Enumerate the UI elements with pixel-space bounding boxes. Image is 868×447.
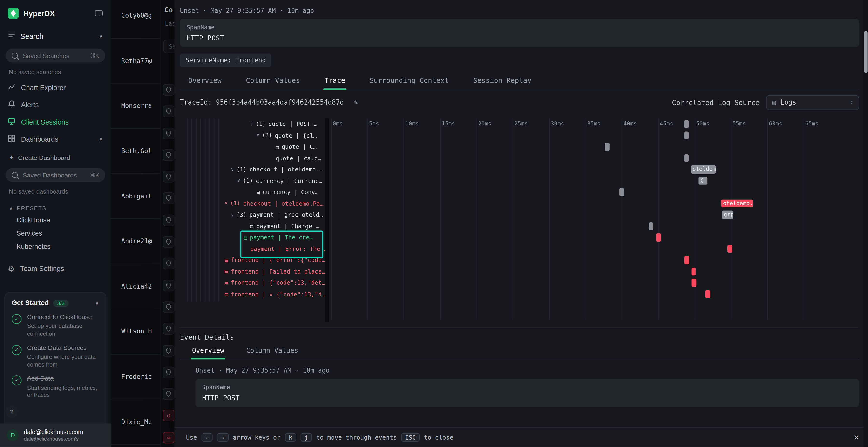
span-bar[interactable]: grp bbox=[722, 211, 734, 219]
trace-span-row[interactable]: ▤frontend | {"code":13,"det… bbox=[187, 277, 325, 288]
pin-icon[interactable] bbox=[163, 84, 174, 96]
pin-icon[interactable] bbox=[163, 345, 174, 356]
session-search-input[interactable] bbox=[168, 43, 175, 50]
tab-overview[interactable]: Overview bbox=[191, 342, 225, 359]
sidebar-item-chart-explorer[interactable]: Chart Explorer bbox=[0, 79, 111, 96]
pin-icon[interactable] bbox=[163, 367, 174, 378]
trace-span-row[interactable]: ▤quote | C… bbox=[187, 141, 325, 152]
pin-icon[interactable] bbox=[163, 149, 174, 161]
get-started-item[interactable]: ✓Add DataStart sending logs, metrics, or… bbox=[11, 375, 99, 399]
session-row[interactable]: Dixie_Mc bbox=[111, 399, 161, 444]
trace-span-row[interactable]: ▤currency | Conv… bbox=[187, 186, 325, 198]
sidebar-item-client-sessions[interactable]: Client Sessions bbox=[0, 113, 111, 131]
tab-trace[interactable]: Trace bbox=[323, 73, 346, 90]
create-dashboard-button[interactable]: + Create Dashboard bbox=[0, 148, 111, 164]
span-bar[interactable]: oteldemo. bbox=[721, 199, 753, 207]
pin-icon[interactable] bbox=[163, 214, 174, 226]
get-started-item-title: Create Data Sources bbox=[27, 344, 99, 352]
get-started-item[interactable]: ✓Create Data SourcesConfigure where your… bbox=[11, 344, 99, 369]
close-icon[interactable]: × bbox=[854, 433, 859, 442]
sidebar-item-clickhouse[interactable]: ClickHouse bbox=[0, 213, 111, 227]
trace-span-row[interactable]: ▤payment | The cre… bbox=[187, 232, 325, 243]
session-row[interactable]: Abbigail bbox=[111, 174, 161, 219]
pin-icon[interactable] bbox=[163, 193, 174, 204]
panel-splitter[interactable] bbox=[325, 118, 329, 322]
presets-header[interactable]: ∨ PRESETS bbox=[0, 199, 111, 213]
trace-span-row[interactable]: quote | calc… bbox=[187, 152, 325, 164]
sidebar-item-alerts[interactable]: Alerts bbox=[0, 96, 111, 113]
session-row[interactable]: Monserra bbox=[111, 83, 161, 129]
span-bar[interactable] bbox=[605, 143, 609, 150]
collapse-sidebar-icon[interactable] bbox=[95, 9, 103, 17]
tab-column-values[interactable]: Column Values bbox=[245, 342, 300, 359]
get-started-item[interactable]: ✓Connect to ClickHouseSet up your databa… bbox=[11, 313, 99, 338]
trace-span-row[interactable]: ▤frontend | Failed to place… bbox=[187, 266, 325, 277]
trace-span-row[interactable]: ∨(1)checkout | oteldemo.… bbox=[187, 164, 325, 175]
pin-icon[interactable] bbox=[163, 106, 174, 117]
session-row[interactable]: Beth.Gol bbox=[111, 129, 161, 174]
get-started-header[interactable]: Get Started 3/3 ∧ bbox=[11, 299, 99, 307]
span-bar[interactable]: oteldemo. bbox=[691, 165, 715, 173]
tab-overview[interactable]: Overview bbox=[187, 73, 222, 90]
sidebar-item-team-settings[interactable]: ⚙ Team Settings bbox=[0, 261, 111, 276]
help-button[interactable]: ? bbox=[5, 406, 18, 418]
span-bar[interactable] bbox=[706, 290, 711, 298]
trace-span-row[interactable]: ∨(2)quote | {cl… bbox=[187, 130, 325, 141]
trace-span-row[interactable]: ∨(1)currency | Currenc… bbox=[187, 175, 325, 186]
logo-group[interactable]: HyperDX bbox=[8, 8, 55, 19]
replay-icon[interactable]: ↺ bbox=[163, 410, 174, 421]
trace-span-row[interactable]: ▤payment | Charge … bbox=[187, 220, 325, 232]
saved-dashboards-input[interactable] bbox=[22, 171, 86, 179]
chart-row: grp bbox=[331, 209, 858, 220]
tab-surrounding-context[interactable]: Surrounding Context bbox=[368, 73, 450, 90]
scrollbar-thumb[interactable] bbox=[864, 31, 868, 73]
sidebar-item-kubernetes[interactable]: Kubernetes bbox=[0, 240, 111, 253]
span-bar[interactable] bbox=[649, 222, 653, 230]
log-source-select[interactable]: ▤ Logs ▴▾ bbox=[766, 95, 859, 110]
search-section-header[interactable]: Search ∧ bbox=[0, 24, 111, 44]
service-name-badge[interactable]: ServiceName: frontend bbox=[180, 54, 272, 67]
trace-span-row[interactable]: payment | Error: The … bbox=[187, 243, 325, 254]
trace-span-row[interactable]: ∨(1)checkout | oteldemo.Pa… bbox=[187, 198, 325, 209]
pin-icon[interactable] bbox=[163, 280, 174, 291]
tab-column-values[interactable]: Column Values bbox=[245, 73, 301, 90]
session-row[interactable]: Andre21@ bbox=[111, 219, 161, 264]
sidebar-item-dashboards[interactable]: Dashboards ∧ bbox=[0, 131, 111, 148]
chart-icon bbox=[8, 83, 16, 92]
span-bar[interactable] bbox=[620, 188, 624, 196]
session-row[interactable]: Frederic bbox=[111, 354, 161, 399]
saved-searches-input[interactable] bbox=[22, 52, 86, 60]
trace-span-row[interactable]: ▤frontend | {"error":{"code… bbox=[187, 254, 325, 266]
trace-span-row[interactable]: ▤frontend | ✕ {"code":13,"d… bbox=[187, 288, 325, 300]
tab-session-replay[interactable]: Session Replay bbox=[472, 73, 533, 90]
arrow-right-keycap: → bbox=[217, 433, 228, 442]
session-row[interactable]: Alicia42 bbox=[111, 264, 161, 309]
span-bar[interactable] bbox=[684, 154, 689, 162]
session-row[interactable]: Coty60@g bbox=[111, 0, 161, 38]
span-bar[interactable] bbox=[656, 233, 661, 241]
user-menu[interactable]: D dale@clickhouse.com dale@clickhouse.co… bbox=[0, 424, 111, 447]
span-count: (1) bbox=[230, 200, 240, 206]
trace-span-row[interactable]: ∨(3)payment | grpc.oteld… bbox=[187, 209, 325, 220]
pin-icon[interactable] bbox=[163, 171, 174, 182]
edit-pencil-icon[interactable]: ✎ bbox=[354, 99, 358, 106]
chart-row bbox=[331, 232, 858, 243]
pin-icon[interactable] bbox=[163, 388, 174, 400]
span-bar[interactable] bbox=[684, 120, 689, 128]
mail-icon[interactable]: ✉ bbox=[163, 432, 174, 443]
pin-icon[interactable] bbox=[163, 301, 174, 313]
pin-icon[interactable] bbox=[163, 258, 174, 270]
span-bar[interactable]: C bbox=[699, 177, 707, 185]
pin-icon[interactable] bbox=[163, 236, 174, 248]
pin-icon[interactable] bbox=[163, 323, 174, 335]
span-bar[interactable] bbox=[727, 245, 732, 253]
span-bar[interactable] bbox=[691, 267, 696, 275]
span-bar[interactable] bbox=[691, 279, 696, 286]
span-bar[interactable] bbox=[684, 256, 689, 264]
span-bar[interactable] bbox=[684, 131, 689, 139]
trace-span-row[interactable]: ∨(1)quote | POST … bbox=[187, 118, 325, 130]
session-row[interactable]: Retha77@ bbox=[111, 38, 161, 83]
sidebar-item-services[interactable]: Services bbox=[0, 227, 111, 240]
session-row[interactable]: Wilson_H bbox=[111, 309, 161, 354]
pin-icon[interactable] bbox=[163, 128, 174, 139]
